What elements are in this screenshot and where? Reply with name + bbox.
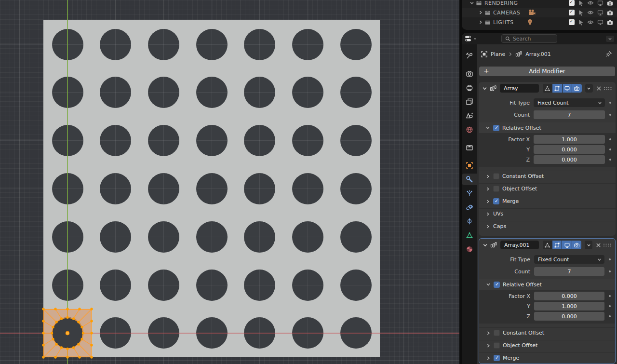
modifier-name-input[interactable]: Array: [500, 84, 539, 93]
outliner-row-rendering[interactable]: RENDERING: [462, 0, 617, 8]
animate-dot[interactable]: [605, 102, 616, 104]
array-hole[interactable]: [340, 221, 372, 253]
object-offset-checkbox[interactable]: [494, 342, 500, 349]
realtime-toggle[interactable]: [563, 84, 572, 93]
array-hole[interactable]: [244, 29, 275, 60]
array-hole[interactable]: [292, 270, 323, 301]
chevron-right-icon[interactable]: [485, 199, 490, 204]
relative-offset-checkbox[interactable]: [493, 125, 499, 131]
chevron-right-icon[interactable]: [485, 212, 490, 216]
factor-y-field[interactable]: 1.000: [534, 302, 604, 310]
camera-icon[interactable]: [607, 0, 613, 6]
cursor-icon[interactable]: [578, 0, 584, 6]
array-hole[interactable]: [340, 125, 372, 156]
chevron-right-icon[interactable]: [485, 174, 490, 179]
array-hole[interactable]: [196, 29, 228, 60]
subpanel-merge[interactable]: Merge: [479, 352, 615, 361]
array-hole[interactable]: [196, 173, 228, 204]
render-toggle[interactable]: [572, 241, 581, 249]
monitor-icon[interactable]: [597, 19, 604, 26]
search-input[interactable]: Search: [501, 34, 557, 43]
array-hole[interactable]: [292, 173, 323, 204]
subpanel-caps[interactable]: Caps: [479, 221, 616, 229]
add-modifier-button[interactable]: + Add Modifier: [479, 67, 615, 76]
tab-object[interactable]: [462, 160, 477, 171]
modifier-extras-dropdown[interactable]: [585, 241, 592, 249]
tab-viewlayer[interactable]: [462, 96, 477, 108]
factor-z-field[interactable]: 0.000: [534, 312, 604, 321]
animate-dot[interactable]: [605, 159, 616, 161]
merge-checkbox[interactable]: [493, 198, 499, 204]
array-hole[interactable]: [292, 125, 323, 156]
array-hole[interactable]: [148, 173, 179, 204]
tab-data[interactable]: [462, 229, 477, 241]
factor-x-field[interactable]: 0.000: [534, 292, 604, 300]
array-hole[interactable]: [196, 270, 228, 301]
factor-y-field[interactable]: 0.000: [534, 145, 605, 154]
array-hole[interactable]: [196, 77, 228, 108]
breadcrumb-object[interactable]: Plane: [491, 51, 505, 57]
tab-particles[interactable]: [462, 188, 477, 199]
checkbox[interactable]: [569, 10, 575, 15]
animate-dot[interactable]: [605, 138, 616, 140]
chevron-right-icon[interactable]: [486, 343, 491, 348]
chevron-down-icon[interactable]: [469, 0, 474, 5]
array-hole[interactable]: [148, 221, 179, 253]
array-hole[interactable]: [340, 77, 372, 108]
checkbox[interactable]: [569, 19, 575, 25]
array-hole[interactable]: [148, 125, 179, 156]
chevron-right-icon[interactable]: [478, 20, 483, 25]
chevron-right-icon[interactable]: [485, 224, 490, 229]
array-hole[interactable]: [100, 221, 131, 253]
camera-icon[interactable]: [607, 10, 613, 16]
breadcrumb-modifier[interactable]: Array.001: [525, 51, 551, 57]
array-hole[interactable]: [244, 173, 275, 204]
animate-dot[interactable]: [605, 148, 616, 150]
chevron-right-icon[interactable]: [485, 187, 490, 191]
array-hole[interactable]: [340, 29, 372, 60]
array-hole[interactable]: [100, 77, 131, 108]
chevron-down-icon[interactable]: [485, 125, 490, 130]
remove-modifier-button[interactable]: [595, 84, 603, 93]
outliner-label[interactable]: RENDERING: [484, 0, 518, 6]
tab-tool[interactable]: [462, 50, 477, 62]
chevron-down-icon[interactable]: [606, 36, 614, 42]
fit-type-dropdown[interactable]: Fixed Count: [534, 255, 604, 264]
chevron-down-icon[interactable]: [486, 282, 491, 287]
animate-dot[interactable]: [605, 114, 616, 116]
modifier-name-input[interactable]: Array.001: [500, 241, 539, 249]
relative-offset-header[interactable]: Relative Offset: [479, 279, 615, 290]
render-toggle[interactable]: [572, 84, 581, 93]
tab-collection[interactable]: [462, 142, 477, 153]
subpanel-constant-offset[interactable]: Constant Offset: [479, 327, 615, 336]
animate-dot[interactable]: [604, 315, 615, 317]
animate-dot[interactable]: [604, 305, 615, 307]
drag-handle[interactable]: [603, 243, 612, 247]
array-hole[interactable]: [100, 173, 131, 204]
pin-icon[interactable]: [605, 51, 612, 57]
camera-icon[interactable]: [607, 19, 613, 26]
realtime-toggle[interactable]: [562, 241, 571, 249]
array-hole[interactable]: [196, 221, 228, 253]
edit-mode-toggle[interactable]: [552, 84, 562, 93]
chevron-right-icon[interactable]: [486, 331, 491, 336]
outliner-label[interactable]: CAMERAS: [493, 10, 520, 16]
array-hole[interactable]: [340, 270, 372, 301]
on-cage-toggle[interactable]: [543, 84, 552, 93]
array-hole[interactable]: [100, 29, 131, 60]
array-hole[interactable]: [244, 77, 275, 108]
tab-scene[interactable]: [462, 110, 477, 121]
cursor-icon[interactable]: [578, 19, 584, 26]
plane-object[interactable]: [43, 20, 380, 357]
animate-dot[interactable]: [604, 295, 615, 297]
chevron-right-icon[interactable]: [478, 10, 483, 15]
cursor-icon[interactable]: [578, 10, 584, 16]
array-hole[interactable]: [196, 125, 228, 156]
tab-constraints[interactable]: [462, 216, 477, 227]
3d-viewport[interactable]: [0, 0, 459, 364]
array-hole[interactable]: [244, 125, 275, 156]
tab-output[interactable]: [462, 82, 477, 94]
array-hole[interactable]: [292, 77, 323, 108]
count-field[interactable]: 7: [534, 267, 604, 276]
array-hole[interactable]: [148, 270, 179, 301]
